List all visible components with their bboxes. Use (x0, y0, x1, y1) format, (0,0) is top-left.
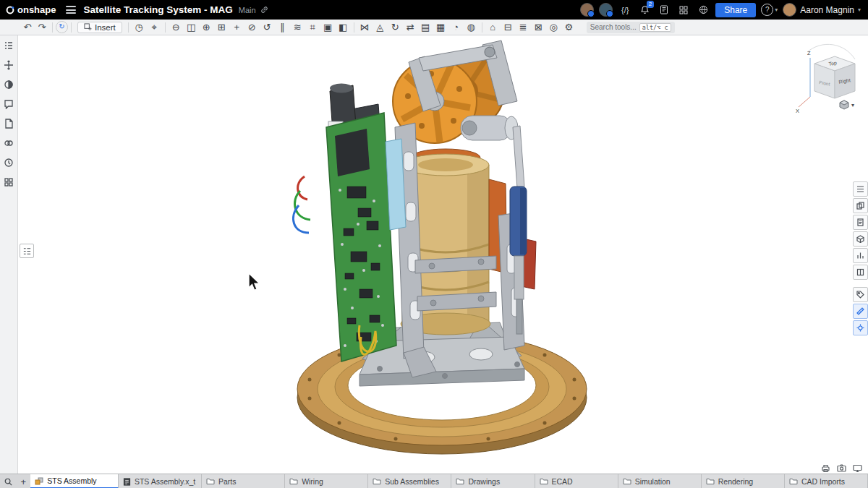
replicate-icon[interactable]: ▦ (433, 21, 448, 34)
tab-simulation[interactable]: Simulation (618, 474, 702, 488)
appearance-icon[interactable] (2, 78, 15, 91)
viewport-3d-model[interactable] (18, 35, 868, 474)
cylindrical-mate-icon[interactable]: ⊘ (244, 21, 260, 34)
explode-icon[interactable]: ◔ (448, 21, 464, 34)
bom-icon[interactable]: ≣ (516, 21, 531, 34)
reference-panel-icon[interactable] (853, 265, 868, 280)
print-icon[interactable] (820, 463, 831, 473)
linear-pattern-icon[interactable]: ↻ (388, 21, 403, 34)
tangent-mate-icon[interactable]: ≋ (290, 21, 305, 34)
insert-button[interactable]: Insert (77, 22, 122, 33)
chart-panel-icon[interactable] (853, 248, 868, 263)
learning-center-icon[interactable] (657, 4, 671, 17)
tab-sub-assemblies[interactable]: Sub Assemblies (368, 474, 451, 488)
monitor-icon[interactable] (851, 463, 863, 473)
onshape-logo-icon (6, 6, 14, 14)
mirror-icon[interactable]: ▤ (418, 21, 433, 34)
belt-relation-icon[interactable]: ◬ (373, 21, 388, 34)
collaborator-avatar[interactable] (580, 3, 594, 17)
planar-mate-icon[interactable]: + (229, 21, 244, 34)
snapshot-icon[interactable]: ◍ (464, 21, 479, 34)
assembly-tree-toggle[interactable] (20, 244, 34, 258)
redo-icon[interactable]: ↷ (35, 22, 49, 33)
tab-manager-icon[interactable] (0, 474, 16, 488)
camera-icon[interactable] (835, 463, 847, 473)
tab-wiring[interactable]: Wiring (285, 474, 368, 488)
interference-icon[interactable]: ◎ (546, 21, 561, 34)
copy-panel-icon[interactable] (853, 198, 868, 213)
link-icon[interactable] (260, 6, 268, 14)
viewport-mini-toolbar (820, 463, 863, 473)
folder-icon (623, 478, 631, 485)
settings-panel-icon[interactable] (853, 320, 868, 335)
slider-mate-icon[interactable]: ⊞ (214, 21, 229, 34)
collaborator-avatar[interactable] (599, 3, 613, 17)
named-positions-icon[interactable]: ⌂ (485, 21, 501, 34)
folder-icon (789, 478, 798, 485)
model-cube-panel-icon[interactable] (853, 231, 868, 247)
revolute-mate-icon[interactable]: ⊕ (199, 21, 214, 34)
notifications-bell-icon[interactable]: 2 (637, 4, 652, 17)
screw-relation-icon[interactable]: ⋈ (357, 21, 373, 34)
add-tab-button[interactable]: + (16, 474, 30, 488)
mate-icon[interactable]: ◷ (132, 21, 147, 34)
tab-sts-assembly[interactable]: STS Assembly (30, 474, 119, 488)
tab-cad-imports[interactable]: CAD Imports (785, 474, 868, 488)
tab-sts-assembly-xt[interactable]: STS Assembly.x_t (119, 474, 202, 488)
display-style-button[interactable]: ▾ (839, 100, 854, 110)
app-store-grid-icon[interactable] (676, 4, 691, 17)
link-references-icon[interactable] (2, 137, 15, 150)
measure-panel-icon[interactable] (853, 304, 868, 319)
user-menu[interactable]: Aaron Magnin ▾ (783, 3, 861, 17)
help-globe-icon[interactable] (696, 4, 710, 17)
group-icon[interactable]: ⊖ (169, 21, 184, 34)
feature-script-icon[interactable]: {/} (618, 4, 632, 17)
measure-icon[interactable]: ⊠ (531, 21, 546, 34)
main-menu-icon[interactable] (66, 4, 76, 16)
onshape-logo[interactable]: onshape (6, 4, 56, 15)
transform-icon[interactable] (2, 59, 15, 72)
parallel-mate-icon[interactable]: ∥ (275, 21, 290, 34)
mate-connector-icon[interactable]: ⌖ (147, 21, 162, 34)
tab-drawings[interactable]: Drawings (451, 474, 535, 488)
pin-slot-mate-icon[interactable]: ↺ (260, 21, 275, 34)
tab-ecad[interactable]: ECAD (535, 474, 618, 488)
ball-mate-icon[interactable]: ⌗ (305, 21, 320, 34)
user-name: Aaron Magnin (800, 5, 854, 15)
section-view-icon[interactable]: ⊟ (501, 21, 516, 34)
assembly-toolbar: ↶ ↷ ↻ Insert ◷ ⌖ ⊖ ◫ ⊕ ⊞ + ⊘ ↺ ∥ ≋ ⌗ ▣ ◧… (0, 20, 868, 35)
chevron-down-icon: ▾ (858, 7, 861, 13)
tag-panel-icon[interactable] (853, 287, 868, 302)
apps-panel-icon[interactable] (2, 176, 15, 189)
circular-pattern-icon[interactable]: ⇄ (403, 21, 418, 34)
mouse-cursor (249, 273, 260, 290)
chevron-down-icon: ▾ (775, 7, 778, 13)
document-panel-icon[interactable] (2, 117, 15, 130)
share-button[interactable]: Share (715, 3, 756, 17)
presence-dot (606, 10, 613, 17)
rack-pinion-icon[interactable]: ◧ (336, 21, 351, 34)
assembly-tab-icon (35, 477, 43, 485)
search-tools-placeholder: Search tools... (590, 23, 637, 31)
tab-rendering[interactable]: Rendering (702, 474, 785, 488)
pages-panel-icon[interactable] (853, 215, 868, 230)
assembly-settings-icon[interactable]: ⚙ (561, 21, 576, 34)
pcb-part[interactable] (326, 113, 406, 361)
folder-icon (206, 478, 215, 485)
versions-history-icon[interactable] (2, 156, 15, 169)
undo-icon[interactable]: ↶ (20, 22, 35, 33)
rollback-icon[interactable]: ↻ (56, 21, 68, 33)
parts-list-panel-icon[interactable] (853, 181, 868, 197)
feature-list-icon[interactable] (2, 39, 15, 52)
search-tools-input[interactable]: Search tools... alt/⌥ c (587, 22, 675, 33)
gear-relation-icon[interactable]: ▣ (320, 21, 336, 34)
fastened-mate-icon[interactable]: ◫ (184, 21, 199, 34)
help-menu[interactable]: ? ▾ (761, 4, 778, 16)
branch-label[interactable]: Main (239, 6, 256, 14)
user-avatar (783, 3, 796, 17)
app-header: onshape Satellite Tracking System - MAG … (0, 0, 868, 20)
comment-icon[interactable] (2, 98, 15, 111)
help-icon[interactable]: ? (761, 4, 773, 16)
tab-parts[interactable]: Parts (202, 474, 285, 488)
shock-absorber-part[interactable] (498, 126, 536, 350)
